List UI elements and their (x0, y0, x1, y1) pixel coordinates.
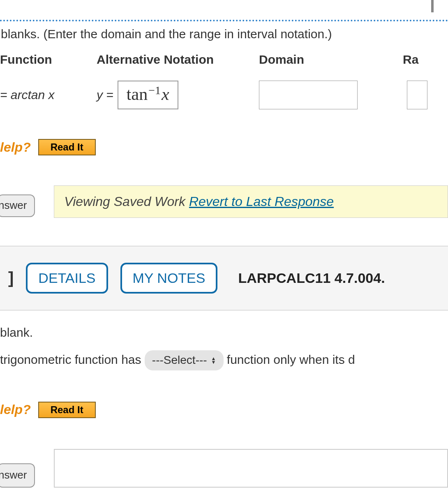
select-label: ---Select--- (152, 351, 207, 370)
question-header: ] DETAILS MY NOTES LARPCALC11 4.7.004. (0, 246, 448, 310)
header-alternative: Alternative Notation (97, 51, 259, 68)
answer-tab-2[interactable]: nswer (0, 463, 35, 488)
textbook-reference: LARPCALC11 4.7.004. (238, 270, 385, 286)
math-input-box[interactable]: tan −1 x (118, 81, 178, 109)
sentence-start: trigonometric function has (0, 353, 145, 366)
scrollbar-fragment (431, 0, 434, 12)
domain-cell (259, 81, 382, 109)
header-function: Function (0, 51, 97, 68)
answer-tab-1[interactable]: nswer (0, 194, 35, 217)
table-data-row: = arctan x y = tan −1 x (0, 68, 448, 109)
help-row-1: lelp? Read It (0, 138, 448, 157)
question-number-bracket: ] (8, 269, 14, 287)
blank-label: blank. (0, 323, 448, 342)
math-tan: tan (127, 86, 148, 103)
range-cell (382, 81, 427, 109)
saved-work-row: nswer Viewing Saved Work Revert to Last … (0, 185, 448, 217)
alternative-cell: y = tan −1 x (97, 81, 259, 109)
math-exponent: −1 (148, 85, 161, 96)
header-domain: Domain (259, 51, 403, 68)
answer-row-2: nswer (0, 449, 448, 488)
select-dropdown[interactable]: ---Select--- ▲▼ (145, 350, 224, 370)
select-arrows-icon: ▲▼ (211, 357, 216, 364)
question-sentence: trigonometric function has ---Select--- … (0, 350, 448, 370)
function-cell: = arctan x (0, 86, 97, 104)
need-help-label: lelp? (0, 138, 31, 157)
domain-input[interactable] (259, 81, 358, 109)
need-help-label-2: lelp? (0, 399, 31, 420)
range-input[interactable] (407, 81, 427, 109)
revert-link[interactable]: Revert to Last Response (189, 194, 334, 209)
header-range: Ra (403, 51, 418, 68)
answer-area[interactable] (54, 449, 448, 488)
math-x: x (162, 86, 169, 103)
sentence-end: function only when its d (227, 353, 355, 366)
table-header-row: Function Alternative Notation Domain Ra (0, 43, 448, 68)
details-button[interactable]: DETAILS (26, 263, 108, 294)
math-y-equals: y = (97, 86, 113, 104)
saved-work-bar: Viewing Saved Work Revert to Last Respon… (54, 185, 448, 218)
read-it-button-2[interactable]: Read It (38, 402, 96, 418)
saved-work-text: Viewing Saved Work (64, 194, 189, 209)
read-it-button-1[interactable]: Read It (38, 139, 96, 155)
help-row-2: lelp? Read It (0, 399, 448, 420)
my-notes-button[interactable]: MY NOTES (120, 263, 218, 294)
instruction-text: blanks. (Enter the domain and the range … (0, 25, 448, 43)
